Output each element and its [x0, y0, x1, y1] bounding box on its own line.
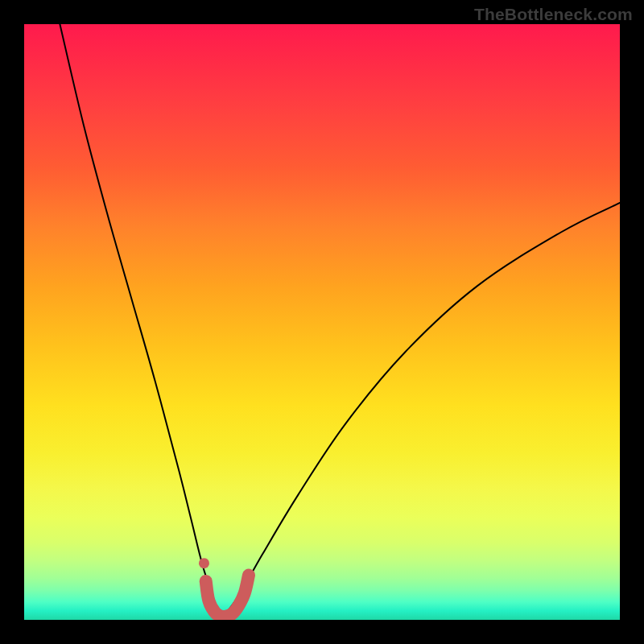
bottleneck-curves	[60, 24, 620, 620]
optimal-range-dot	[199, 558, 209, 568]
curve-left-curve	[60, 24, 221, 620]
plot-area	[24, 24, 620, 620]
optimal-range-path	[206, 576, 249, 617]
optimal-range-marker	[199, 558, 249, 617]
watermark-text: TheBottleneck.com	[474, 5, 633, 24]
curves-svg	[24, 24, 620, 620]
curve-right-curve	[221, 203, 620, 620]
chart-frame: TheBottleneck.com	[0, 0, 644, 644]
